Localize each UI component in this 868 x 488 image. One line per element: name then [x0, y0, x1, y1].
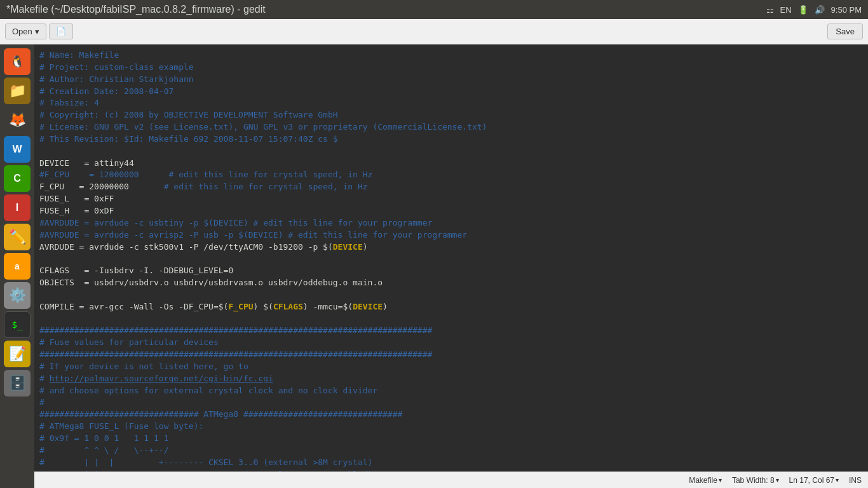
- save-button[interactable]: Save: [827, 24, 863, 39]
- titlebar-right: ⚏ EN 🔋 🔊 9:50 PM: [766, 5, 862, 15]
- titlebar: *Makefile (~/Desktop/fabiISP_mac.0.8.2_f…: [0, 0, 868, 19]
- keyboard-layout: EN: [780, 5, 792, 15]
- writer-icon: W: [12, 144, 22, 155]
- show-file-icon: 📄: [56, 27, 66, 36]
- sidebar-item-settings[interactable]: ⚙️: [4, 282, 31, 309]
- main-area: 🐧 📁 🦊 W C I ✏️ a ⚙️ $_ 📝: [0, 44, 868, 488]
- insert-mode-label: INS: [849, 476, 862, 485]
- sidebar-item-nautilus[interactable]: 🗄️: [4, 370, 31, 396]
- open-button[interactable]: Open ▾: [5, 24, 46, 39]
- filetype-label: Makefile: [689, 476, 717, 485]
- clock: 9:50 PM: [831, 5, 862, 15]
- tab-width-label: Tab Width: 8: [732, 476, 775, 485]
- editor-content[interactable]: # Name: Makefile # Project: custom-class…: [34, 44, 868, 471]
- amazon-icon: a: [15, 261, 20, 271]
- sidebar-item-ubuntu[interactable]: 🐧: [4, 48, 31, 75]
- cursor-position-label: Ln 17, Col 67: [789, 476, 834, 485]
- tab-width-chevron: ▾: [776, 477, 779, 484]
- sidebar-item-libreoffice-writer[interactable]: W: [4, 136, 31, 163]
- show-file-button[interactable]: 📄: [49, 24, 73, 39]
- volume-icon: 🔊: [815, 5, 825, 15]
- toolbar: Open ▾ 📄 Save: [0, 19, 868, 44]
- terminal-icon: $_: [12, 320, 23, 330]
- window-title: *Makefile (~/Desktop/fabiISP_mac.0.8.2_f…: [6, 4, 266, 15]
- settings-icon: ⚙️: [9, 287, 26, 304]
- sidebar-item-amazon[interactable]: a: [4, 253, 31, 280]
- gedit-icon: 📝: [9, 346, 26, 362]
- firefox-icon: 🦊: [9, 112, 26, 128]
- cursor-position-selector[interactable]: Ln 17, Col 67 ▾: [789, 476, 839, 485]
- calc-icon: C: [13, 173, 21, 184]
- sidebar-item-firefox[interactable]: 🦊: [4, 107, 31, 133]
- open-chevron: ▾: [35, 27, 39, 36]
- tab-width-selector[interactable]: Tab Width: 8 ▾: [732, 476, 779, 485]
- sidebar-item-texteditor[interactable]: ✏️: [4, 224, 31, 250]
- sidebar-item-libreoffice-impress[interactable]: I: [4, 194, 31, 221]
- wifi-icon: ⚏: [766, 5, 774, 15]
- sidebar: 🐧 📁 🦊 W C I ✏️ a ⚙️ $_ 📝: [0, 44, 34, 488]
- cursor-pos-chevron: ▾: [836, 477, 839, 484]
- statusbar: Makefile ▾ Tab Width: 8 ▾ Ln 17, Col 67 …: [34, 471, 868, 488]
- filetype-selector[interactable]: Makefile ▾: [689, 476, 722, 485]
- nautilus-icon: 🗄️: [9, 375, 26, 391]
- battery-icon: 🔋: [798, 5, 808, 15]
- editor-area: # Name: Makefile # Project: custom-class…: [34, 44, 868, 488]
- impress-icon: I: [16, 202, 18, 214]
- filetype-chevron: ▾: [719, 477, 722, 484]
- ubuntu-logo: 🐧: [10, 55, 24, 69]
- open-label: Open: [12, 27, 32, 36]
- sidebar-item-libreoffice-calc[interactable]: C: [4, 165, 31, 192]
- texteditor-icon: ✏️: [9, 229, 26, 245]
- sidebar-item-terminal[interactable]: $_: [4, 311, 31, 338]
- insert-mode: INS: [849, 476, 862, 485]
- code-editor[interactable]: # Name: Makefile # Project: custom-class…: [34, 47, 868, 471]
- sidebar-item-files[interactable]: 📁: [4, 78, 31, 104]
- files-icon: 📁: [9, 83, 26, 99]
- sidebar-item-gedit[interactable]: 📝: [4, 341, 31, 367]
